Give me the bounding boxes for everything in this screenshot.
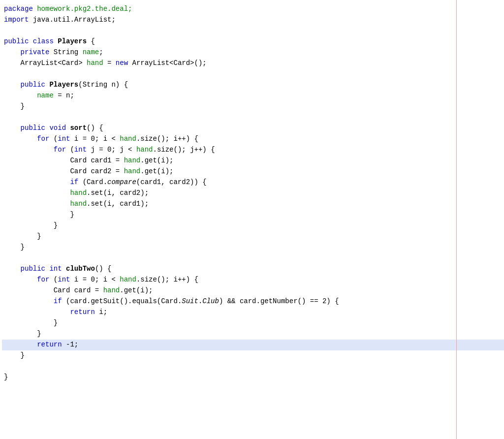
code-line: if (card.getSuit().equals(Card.Suit.Club… [2,296,504,307]
indent: Card card1 = [4,157,124,164]
field-hand-ref6: hand [70,200,87,208]
code-line: public int clubTwo() { [2,264,504,275]
keyword-if: if [70,178,78,186]
clubtwo-parens: () { [95,265,112,273]
method-sort: sort [70,124,87,132]
set-call: .set(i, card2); [87,189,149,197]
semi: ; [99,48,103,56]
code-line: hand.set(i, card2); [2,188,504,199]
indent [4,265,21,273]
keyword-private: private [21,48,50,56]
code-line-highlighted: return -1; [2,340,504,350]
indent [4,200,70,208]
code-line [2,26,504,36]
close-class: } [4,373,8,381]
keyword-return: return [70,308,94,316]
code-line: public void sort() { [2,123,504,134]
code-line: private String name; [2,47,504,58]
indent [4,341,37,348]
indent [4,124,21,132]
for-init: i = 0; i < [70,135,120,143]
get-call: .get(i); [140,157,173,164]
keyword-int: int [58,135,70,143]
keyword-class: class [33,37,54,45]
compare-args: (card1, card2)) { [136,178,207,186]
indent: } [4,211,74,219]
keyword-package: package [4,5,33,13]
code-line: public class Players { [2,36,504,47]
field-name: name [83,48,99,56]
field-hand-ref7: hand [120,276,136,283]
keyword-public2: public [21,124,45,132]
keyword-new: new [116,59,128,67]
package-name: homework.pkg2.the.deal; [33,5,132,13]
assign: = [103,59,116,67]
sort-parens: () { [87,124,103,132]
indent [4,92,37,99]
space: ( [49,135,58,143]
return-i: i; [95,308,107,316]
indent: Card card2 = [4,167,124,175]
code-line: import java.util.ArrayList; [2,15,504,26]
size-call3: .size(); i++) { [136,276,198,283]
space [54,37,58,45]
keyword-for2: for [54,146,66,154]
code-line: } [2,101,504,112]
close-if: } [4,319,58,327]
space [62,265,66,273]
code-line: for (int i = 0; i < hand.size(); i++) { [2,134,504,145]
for-init3: i = 0; i < [70,276,120,283]
close-inner-for: } [4,221,58,229]
keyword-return2: return [37,341,62,348]
code-line [2,253,504,264]
and-condition: ) && card.getNumber() == 2) { [219,297,339,305]
close-outer-for: } [4,232,41,240]
suit-club-val: Club [202,297,219,305]
indent [4,297,54,305]
keyword-int3: int [49,265,62,273]
code-line: package homework.pkg2.the.deal; [2,4,504,15]
field-hand-ref8: hand [103,286,120,294]
code-editor: package homework.pkg2.the.deal; import j… [0,0,504,439]
keyword-for3: for [37,276,49,283]
suit-club-italic: Suit [182,297,198,305]
keyword-public: public [21,81,45,89]
get-call3: .get(i); [120,286,153,294]
type-arraylist: ArrayList<Card>(); [128,59,207,67]
keyword-import: import [4,16,29,24]
space: (Card. [78,178,107,186]
code-line: for (int j = 0; j < hand.size(); j++) { [2,145,504,156]
space: ( [49,276,58,283]
size-call: .size(); i++) { [136,135,198,143]
close-sort: } [4,243,25,251]
keyword-int4: int [58,276,70,283]
indent [4,178,70,186]
keyword-public3: public [21,265,45,273]
code-line: } [2,231,504,242]
return-neg1: -1; [62,341,79,348]
indent [4,189,70,197]
import-name: java.util.ArrayList; [29,16,115,24]
code-line: return i; [2,307,504,318]
code-line: } [2,329,504,340]
if-parens: (card.getSuit().equals(Card. [62,297,182,305]
field-hand-ref: hand [120,135,136,143]
indent [4,48,21,56]
code-line: for (int i = 0; i < hand.size(); i++) { [2,275,504,285]
keyword-public: public [4,37,29,45]
indent: Card card = [4,286,103,294]
params: (String n) { [78,81,128,89]
code-line: public Players(String n) { [2,80,504,91]
space: ( [66,146,74,154]
keyword-int2: int [74,146,87,154]
for-init-j: j = 0; j < [87,146,136,154]
code-line: Card card = hand.get(i); [2,285,504,296]
close-clubtwo: } [4,351,25,359]
keyword-for: for [37,135,49,143]
field-hand-ref5: hand [70,189,87,197]
indent [4,308,70,316]
code-line: } [2,350,504,361]
code-line: Card card2 = hand.get(i); [2,166,504,177]
space: String [49,48,82,56]
constructor-name: Players [49,81,78,89]
